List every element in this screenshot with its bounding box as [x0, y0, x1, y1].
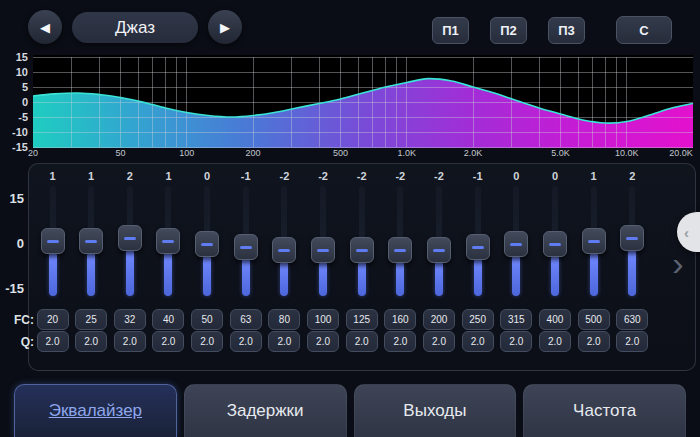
- x-tick-label: 50: [99, 147, 143, 159]
- eq-band-20: 1202.0: [34, 168, 72, 354]
- band-slider-thumb[interactable]: [156, 228, 180, 254]
- band-fc-button[interactable]: 63: [230, 309, 262, 330]
- tab-выходы[interactable]: Выходы: [354, 384, 517, 437]
- band-fc-button[interactable]: 500: [578, 309, 610, 330]
- eq-band-32: 2322.0: [111, 168, 149, 354]
- band-fc-button[interactable]: 250: [462, 309, 494, 330]
- band-fc-button[interactable]: 50: [191, 309, 223, 330]
- band-q-button[interactable]: 2.0: [500, 331, 532, 352]
- band-q-button[interactable]: 2.0: [578, 331, 610, 352]
- y-tick-label: 5: [0, 80, 28, 94]
- band-q-button[interactable]: 2.0: [384, 331, 416, 352]
- memory-preset-button-1[interactable]: П1: [432, 17, 469, 44]
- fc-row-label: FC:: [2, 313, 34, 327]
- slider-thumb-mark: [162, 240, 174, 243]
- band-q-button[interactable]: 2.0: [462, 331, 494, 352]
- band-slider-thumb[interactable]: [311, 237, 335, 263]
- band-slider-thumb[interactable]: [466, 234, 490, 260]
- band-q-button[interactable]: 2.0: [539, 331, 571, 352]
- eq-band-250: -12502.0: [459, 168, 497, 354]
- band-slider-thumb[interactable]: [582, 228, 606, 254]
- band-fc-button[interactable]: 400: [539, 309, 571, 330]
- band-gain-value: -2: [304, 170, 342, 182]
- band-q-button[interactable]: 2.0: [75, 331, 107, 352]
- tab-частота[interactable]: Частота: [523, 384, 686, 437]
- band-q-button[interactable]: 2.0: [268, 331, 300, 352]
- slider-thumb-mark: [394, 249, 406, 252]
- slider-scale-15: 15: [0, 192, 24, 206]
- band-fc-button[interactable]: 100: [307, 309, 339, 330]
- band-slider-thumb[interactable]: [234, 234, 258, 260]
- band-q-button[interactable]: 2.0: [346, 331, 378, 352]
- slider-thumb-mark: [47, 240, 59, 243]
- band-gain-value: -2: [381, 170, 419, 182]
- band-slider-thumb[interactable]: [79, 228, 103, 254]
- band-slider-fill: [474, 258, 482, 296]
- slider-thumb-mark: [433, 249, 445, 252]
- band-q-button[interactable]: 2.0: [191, 331, 223, 352]
- band-gain-value: -1: [459, 170, 497, 182]
- band-slider-fill: [49, 252, 57, 296]
- band-fc-button[interactable]: 630: [616, 309, 648, 330]
- band-slider-thumb[interactable]: [620, 225, 644, 251]
- band-fc-button[interactable]: 125: [346, 309, 378, 330]
- eq-band-160: -21602.0: [381, 168, 419, 354]
- band-q-button[interactable]: 2.0: [307, 331, 339, 352]
- memory-preset-button-2[interactable]: П2: [490, 17, 527, 44]
- slider-thumb-mark: [124, 237, 136, 240]
- band-gain-value: -2: [265, 170, 303, 182]
- band-q-button[interactable]: 2.0: [152, 331, 184, 352]
- band-fc-button[interactable]: 160: [384, 309, 416, 330]
- band-fc-button[interactable]: 40: [152, 309, 184, 330]
- band-slider-thumb[interactable]: [427, 237, 451, 263]
- eq-band-40: 1402.0: [149, 168, 187, 354]
- band-gain-value: 2: [613, 170, 651, 182]
- band-slider-thumb[interactable]: [41, 228, 65, 254]
- y-tick-label: -5: [0, 110, 28, 124]
- band-gain-value: 1: [72, 170, 110, 182]
- band-gain-value: 1: [575, 170, 613, 182]
- band-slider-thumb[interactable]: [118, 225, 142, 251]
- slider-scale-0: 0: [0, 237, 24, 251]
- band-fc-button[interactable]: 20: [37, 309, 69, 330]
- preset-next-button[interactable]: ▶: [208, 10, 242, 44]
- preset-prev-button[interactable]: ◀: [28, 10, 62, 44]
- band-slider-fill: [590, 252, 598, 296]
- band-slider-thumb[interactable]: [543, 231, 567, 257]
- x-tick-label: 2.0K: [451, 147, 495, 159]
- memory-preset-button-3[interactable]: П3: [548, 17, 585, 44]
- band-fc-button[interactable]: 25: [75, 309, 107, 330]
- reset-button[interactable]: C: [616, 16, 672, 44]
- band-slider-fill: [551, 255, 559, 296]
- band-gain-value: 0: [497, 170, 535, 182]
- preset-selector[interactable]: Джаз: [72, 12, 198, 43]
- x-tick-label: 500: [319, 147, 363, 159]
- band-slider-thumb[interactable]: [272, 237, 296, 263]
- band-slider-thumb[interactable]: [504, 231, 528, 257]
- band-q-button[interactable]: 2.0: [616, 331, 648, 352]
- tab-задержки[interactable]: Задержки: [184, 384, 347, 437]
- band-q-button[interactable]: 2.0: [114, 331, 146, 352]
- band-slider-fill: [87, 252, 95, 296]
- band-slider-thumb[interactable]: [195, 231, 219, 257]
- band-q-button[interactable]: 2.0: [423, 331, 455, 352]
- band-q-button[interactable]: 2.0: [230, 331, 262, 352]
- slider-thumb-mark: [510, 243, 522, 246]
- slider-thumb-mark: [356, 249, 368, 252]
- eq-band-50: 0502.0: [188, 168, 226, 354]
- band-slider-thumb[interactable]: [350, 237, 374, 263]
- band-slider-fill: [512, 255, 520, 296]
- band-slider-fill: [164, 252, 172, 296]
- band-fc-button[interactable]: 80: [268, 309, 300, 330]
- band-slider-thumb[interactable]: [388, 237, 412, 263]
- band-fc-button[interactable]: 32: [114, 309, 146, 330]
- band-gain-value: 2: [111, 170, 149, 182]
- x-tick-label: 10.0K: [605, 147, 649, 159]
- band-fc-button[interactable]: 315: [500, 309, 532, 330]
- band-q-button[interactable]: 2.0: [37, 331, 69, 352]
- x-tick-label: 5.0K: [539, 147, 583, 159]
- band-slider-fill: [358, 261, 366, 296]
- tab-эквалайзер[interactable]: Эквалайзер: [14, 384, 177, 437]
- band-fc-button[interactable]: 200: [423, 309, 455, 330]
- slider-thumb-mark: [240, 246, 252, 249]
